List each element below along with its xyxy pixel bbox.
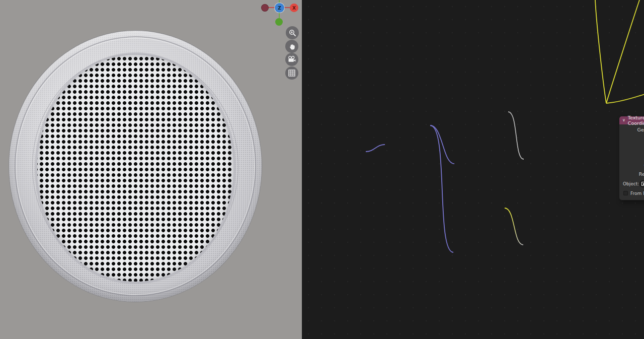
link-object-to-mapping bbox=[366, 145, 385, 152]
output-camera: Camera bbox=[619, 156, 644, 163]
link-colorramp1-out-b bbox=[606, 0, 639, 103]
3d-viewport[interactable]: Z X bbox=[0, 0, 302, 339]
from-instancer-checkbox[interactable] bbox=[623, 191, 628, 195]
node-links bbox=[302, 0, 644, 339]
gizmo-z-ball[interactable]: Z bbox=[275, 3, 284, 13]
camera-view-button[interactable] bbox=[285, 53, 298, 66]
output-reflection: Reflection bbox=[619, 171, 644, 177]
link-mapping-to-wave bbox=[430, 125, 453, 252]
link-colorramp1-out-a bbox=[595, 0, 606, 103]
gizmo-x-ball[interactable]: X bbox=[290, 4, 298, 12]
node-texture-coordinate[interactable]: ∨ Texture Coordinate Generated Normal UV… bbox=[619, 116, 644, 200]
movie-camera-icon bbox=[288, 55, 296, 63]
output-object: Object bbox=[619, 149, 644, 155]
output-generated: Generated bbox=[619, 126, 644, 133]
output-normal: Normal bbox=[619, 134, 644, 141]
link-distance-to-colorramp1 bbox=[508, 112, 524, 159]
collapse-chevron-icon[interactable]: ∨ bbox=[622, 118, 625, 122]
node-title: Texture Coordinate bbox=[628, 115, 644, 126]
output-links bbox=[302, 0, 644, 339]
link-colorramp1-out-c bbox=[606, 94, 644, 103]
from-instancer-label: From Instancer bbox=[630, 191, 644, 196]
link-mapping-to-voronoi bbox=[430, 125, 454, 164]
object-field-label: Object: bbox=[623, 181, 639, 186]
gizmo-neg-y-ball[interactable] bbox=[275, 18, 283, 26]
pan-button[interactable] bbox=[285, 40, 298, 53]
output-uv: UV bbox=[619, 141, 644, 148]
grid-icon bbox=[288, 70, 295, 77]
grille-perforation bbox=[37, 55, 233, 282]
magnifier-plus-icon bbox=[289, 29, 296, 37]
object-picker-field[interactable] bbox=[639, 180, 644, 187]
blender-shading-workspace: Z X bbox=[0, 0, 644, 339]
zoom-button[interactable] bbox=[286, 26, 299, 39]
toggle-grid-button[interactable] bbox=[285, 66, 298, 80]
output-window: Window bbox=[619, 163, 644, 170]
gizmo-neg-x-ball[interactable] bbox=[261, 4, 269, 12]
link-wavecolor-to-colorramp2 bbox=[505, 208, 523, 245]
node-header[interactable]: ∨ Texture Coordinate bbox=[619, 116, 644, 124]
hand-icon bbox=[288, 43, 296, 50]
object-data-icon bbox=[641, 182, 644, 186]
shader-node-editor[interactable]: ∨ Texture Coordinate Generated Normal UV… bbox=[302, 0, 644, 339]
